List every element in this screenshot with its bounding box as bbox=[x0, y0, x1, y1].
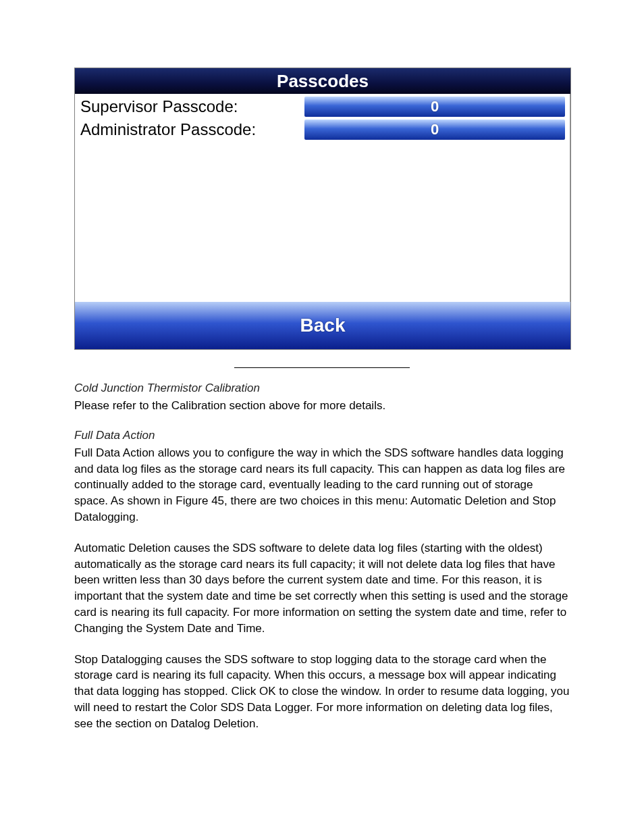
full-data-action-p2: Automatic Deletion causes the SDS softwa… bbox=[74, 540, 570, 637]
supervisor-passcode-row: Supervisor Passcode: 0 bbox=[79, 97, 566, 117]
cold-junction-heading: Cold Junction Thermistor Calibration bbox=[74, 382, 570, 395]
panel-title: Passcodes bbox=[75, 68, 570, 94]
administrator-passcode-label: Administrator Passcode: bbox=[79, 120, 304, 139]
full-data-action-heading: Full Data Action bbox=[74, 429, 570, 442]
passcodes-panel: Passcodes Supervisor Passcode: 0 Adminis… bbox=[74, 68, 571, 350]
cold-junction-text: Please refer to the Calibration section … bbox=[74, 398, 570, 414]
supervisor-passcode-label: Supervisor Passcode: bbox=[79, 97, 304, 116]
administrator-passcode-row: Administrator Passcode: 0 bbox=[79, 120, 566, 140]
back-button[interactable]: Back bbox=[75, 302, 570, 349]
supervisor-passcode-value[interactable]: 0 bbox=[304, 97, 565, 117]
administrator-passcode-value[interactable]: 0 bbox=[304, 120, 565, 140]
full-data-action-p1: Full Data Action allows you to configure… bbox=[74, 445, 570, 525]
panel-body: Supervisor Passcode: 0 Administrator Pas… bbox=[75, 94, 570, 302]
full-data-action-p3: Stop Datalogging causes the SDS software… bbox=[74, 652, 570, 732]
divider bbox=[234, 367, 410, 368]
